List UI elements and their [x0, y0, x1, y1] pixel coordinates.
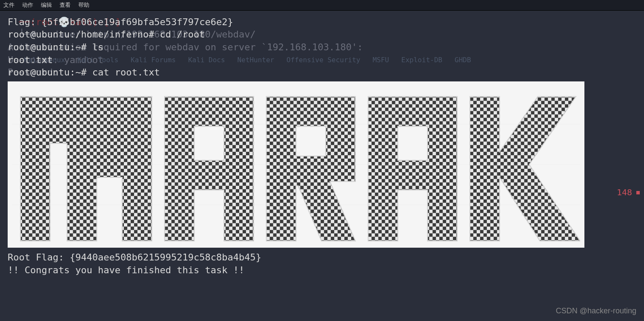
root-flag-line: Root Flag: {9440aee508b6215995219c58c8ba…	[8, 251, 636, 264]
terminal-output: Flag: {5f95bf06ce19af69bfa5e53f797ce6e2}…	[8, 16, 636, 277]
menu-action[interactable]: 动作	[22, 1, 33, 9]
side-indicator-icon	[636, 191, 640, 194]
terminal[interactable]: ──(root💀kali)-[~] └─# cadaver http://192…	[0, 11, 644, 277]
menubar[interactable]: 文件 动作 编辑 查看 帮助	[0, 0, 644, 11]
ascii-banner	[8, 81, 584, 248]
watermark: CSDN @hacker-routing	[556, 306, 636, 316]
menu-edit[interactable]: 编辑	[41, 1, 52, 9]
menu-file[interactable]: 文件	[3, 1, 14, 9]
cmd-cat: root@ubuntu:~# cat root.txt	[8, 66, 636, 79]
menu-help[interactable]: 帮助	[78, 1, 89, 9]
cmd-ls: root@ubuntu:~# ls	[8, 41, 636, 54]
cmd-cd: root@ubuntu:/home/inferno# cd /root	[8, 28, 636, 41]
side-counter: 148	[617, 187, 632, 198]
congrats-line: !! Congrats you have finished this task …	[8, 264, 636, 277]
flag-line: Flag: {5f95bf06ce19af69bfa5e53f797ce6e2}	[8, 16, 636, 29]
ls-output: root.txt	[8, 54, 636, 67]
menu-view[interactable]: 查看	[60, 1, 71, 9]
